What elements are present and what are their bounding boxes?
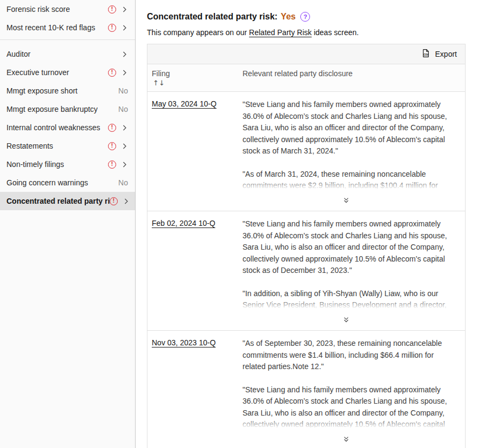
subtitle-suffix: ideas screen. [312,28,359,37]
disclosure-cell: "Steve Liang and his family members owne… [242,99,465,209]
chevron-double-down-icon [342,316,350,327]
sidebar: Forensic risk score ! Most recent 10-K r… [0,0,136,448]
sidebar-item-right: ! [108,142,128,150]
filing-cell: Feb 02, 2024 10-Q [147,218,242,328]
app-root: Forensic risk score ! Most recent 10-K r… [0,0,485,448]
disclosures-table: CSV Export Filing ↑↓ Relevant related pa… [147,44,466,448]
filing-link[interactable]: Feb 02, 2024 10-Q [152,219,215,228]
table-body: May 03, 2024 10-Q "Steve Liang and his f… [147,92,465,448]
alert-icon: ! [110,197,118,205]
sidebar-divider [0,39,135,40]
subtitle-prefix: This company appears on our [147,28,249,37]
alert-icon: ! [108,24,116,32]
sidebar-item-right: No [118,178,128,187]
page-title-text: Concentrated related party risk: [147,12,278,22]
sidebar-item-label: Internal control weaknesses [6,123,108,132]
sidebar-item-auditor[interactable]: Auditor [0,45,135,63]
sidebar-item-label: Going concern warnings [6,178,118,187]
sidebar-item-forensic-risk-score[interactable]: Forensic risk score ! [0,0,135,18]
disclosure-paragraph-truncated: "As of March 31, 2024, these remaining n… [242,169,450,192]
sidebar-item-label: Mmgt exposure bankruptcy [6,105,118,113]
chevron-right-icon [121,69,128,76]
sidebar-item-value: No [118,178,128,187]
sidebar-item-restatements[interactable]: Restatements ! [0,137,135,155]
expand-row-button[interactable] [242,311,450,329]
column-header-disclosure-label: Relevant related party disclosure [242,69,353,78]
sidebar-item-value: No [118,86,128,95]
sidebar-item-mmgt-exposure-bankruptcy[interactable]: Mmgt exposure bankruptcy No [0,100,135,118]
sidebar-item-value: No [118,105,128,113]
column-header-filing: Filing ↑↓ [147,64,242,91]
alert-icon: ! [108,142,116,150]
disclosure-paragraph: "Steve Liang and his family members owne… [242,218,450,277]
expand-row-button[interactable] [242,431,450,448]
page-title: Concentrated related party risk: Yes ? [147,12,466,22]
disclosure-cell: "Steve Liang and his family members owne… [242,218,465,328]
svg-text:CSV: CSV [423,54,428,56]
disclosure-paragraph-truncated: "In addition, a sibling of Yih-Shyan (Wa… [242,288,450,311]
sidebar-item-label: Mmgt exposure short [6,86,118,95]
chevron-right-icon [121,6,128,13]
filing-cell: May 03, 2024 10-Q [147,99,242,209]
table-row: May 03, 2024 10-Q "Steve Liang and his f… [147,92,465,211]
sidebar-item-internal-control-weaknesses[interactable]: Internal control weaknesses ! [0,118,135,137]
chevron-right-icon [121,124,128,131]
sidebar-item-right: No [118,105,128,113]
alert-icon: ! [108,5,116,14]
sidebar-item-label: Executive turnover [6,68,108,77]
filing-cell: Nov 03, 2023 10-Q [147,338,242,447]
filing-link[interactable]: Nov 03, 2023 10-Q [152,338,215,347]
expand-row-button[interactable] [242,192,450,209]
sidebar-item-right: ! [108,124,128,132]
sidebar-item-mmgt-exposure-short[interactable]: Mmgt exposure short No [0,82,135,100]
subtitle: This company appears on our Related Part… [147,28,466,37]
main-content: Concentrated related party risk: Yes ? T… [136,0,485,448]
sidebar-item-label: Restatements [6,142,108,150]
csv-file-icon: CSV [421,49,430,59]
related-party-risk-link[interactable]: Related Party Risk [249,28,312,37]
alert-icon: ! [108,124,116,132]
table-header: Filing ↑↓ Relevant related party disclos… [147,64,465,92]
sidebar-item-concentrated-related-party-risk[interactable]: Concentrated related party risk ! [0,192,135,210]
sidebar-item-right: ! [108,5,128,14]
export-button-label: Export [435,50,457,58]
disclosure-paragraph: "As of September 30, 2023, these remaini… [242,338,450,373]
alert-icon: ! [108,161,116,169]
chevron-right-icon [123,198,130,205]
disclosure-cell: "As of September 30, 2023, these remaini… [242,338,465,447]
column-header-filing-label: Filing [152,69,170,78]
table-row: Nov 03, 2023 10-Q "As of September 30, 2… [147,331,465,448]
chevron-right-icon [121,51,128,58]
sort-arrows-icon[interactable]: ↑↓ [152,79,238,87]
disclosure-paragraph: "Steve Liang and his family members owne… [242,99,450,157]
sidebar-item-label: Concentrated related party risk [6,197,110,205]
sidebar-item-most-recent-10-k-red-flags[interactable]: Most recent 10-K red flags ! [0,18,135,37]
sidebar-item-right: ! [108,24,128,32]
sidebar-item-label: Non-timely filings [6,160,108,169]
sidebar-item-going-concern-warnings[interactable]: Going concern warnings No [0,173,135,192]
sidebar-item-right [121,51,128,58]
sidebar-item-non-timely-filings[interactable]: Non-timely filings ! [0,155,135,173]
sidebar-item-label: Most recent 10-K red flags [6,23,108,32]
chevron-right-icon [121,161,128,168]
chevron-double-down-icon [342,435,350,447]
chevron-right-icon [121,143,128,150]
sidebar-item-label: Forensic risk score [6,5,108,14]
table-row: Feb 02, 2024 10-Q "Steve Liang and his f… [147,211,465,331]
status-value: Yes [281,12,296,22]
sidebar-item-executive-turnover[interactable]: Executive turnover ! [0,63,135,82]
chevron-right-icon [121,24,128,31]
chevron-double-down-icon [342,196,350,208]
sidebar-item-right: ! [108,161,128,169]
sidebar-item-label: Auditor [6,50,121,58]
sidebar-item-right: ! [110,197,130,205]
filing-link[interactable]: May 03, 2024 10-Q [152,99,217,108]
help-icon[interactable]: ? [300,12,310,22]
column-header-disclosure: Relevant related party disclosure [242,64,465,91]
sidebar-item-right: ! [108,69,128,77]
table-toolbar: CSV Export [147,44,465,64]
alert-icon: ! [108,69,116,77]
export-button[interactable]: CSV Export [413,44,465,64]
disclosure-paragraph-truncated: "Steve Liang and his family members owne… [242,384,450,431]
sidebar-item-right: No [118,86,128,95]
